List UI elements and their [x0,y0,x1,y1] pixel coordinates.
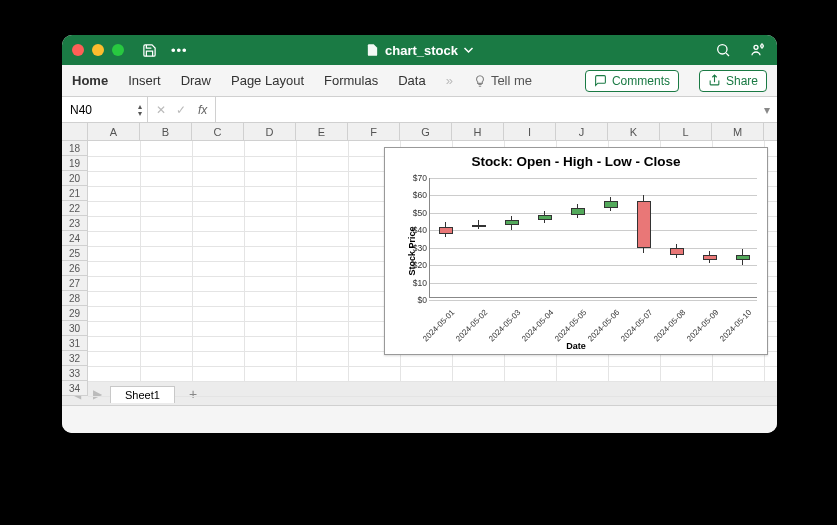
traffic-lights [72,44,124,56]
cancel-formula-icon[interactable]: ✕ [156,103,166,117]
chart-xtick: 2024-05-09 [685,308,720,343]
column-header-b[interactable]: B [140,123,192,140]
row-header-29[interactable]: 29 [62,306,88,321]
select-all-corner[interactable] [62,123,88,141]
chart-ytick: $20 [413,260,429,270]
column-header-l[interactable]: L [660,123,712,140]
comment-icon [594,74,607,87]
row-header-25[interactable]: 25 [62,246,88,261]
cells-area[interactable]: Stock: Open - High - Low - Close Stock P… [88,141,777,381]
chart-candle [472,225,486,227]
chart-candle [670,248,684,255]
svg-point-3 [761,45,764,48]
chart-xtick: 2024-05-05 [553,308,588,343]
column-header-c[interactable]: C [192,123,244,140]
ribbon-overflow-icon[interactable]: » [446,73,453,88]
chart-candle [505,220,519,225]
tab-insert[interactable]: Insert [128,73,161,88]
chart-x-axis-label: Date [566,341,586,351]
chart-candle [538,215,552,220]
minimize-window-button[interactable] [92,44,104,56]
row-header-24[interactable]: 24 [62,231,88,246]
comments-button[interactable]: Comments [585,70,679,92]
sheet-nav-next-icon[interactable]: ▶ [89,387,106,401]
column-header-i[interactable]: I [504,123,556,140]
chart-xtick: 2024-05-01 [421,308,456,343]
chart-candle [637,201,651,248]
svg-line-1 [726,53,729,56]
chart-ytick: $70 [413,173,429,183]
app-window: ••• chart_stock Home Insert Draw Page La… [62,35,777,433]
title-dropdown-icon[interactable] [464,45,474,55]
row-header-33[interactable]: 33 [62,366,88,381]
more-icon[interactable]: ••• [171,43,188,58]
column-header-e[interactable]: E [296,123,348,140]
chart-ytick: $0 [418,295,429,305]
chart-xtick: 2024-05-10 [718,308,753,343]
tab-home[interactable]: Home [72,73,108,88]
share-label: Share [726,74,758,88]
row-header-19[interactable]: 19 [62,156,88,171]
add-sheet-button[interactable]: + [179,386,207,402]
tab-draw[interactable]: Draw [181,73,211,88]
row-header-18[interactable]: 18 [62,141,88,156]
comments-label: Comments [612,74,670,88]
close-window-button[interactable] [72,44,84,56]
column-header-k[interactable]: K [608,123,660,140]
column-header-a[interactable]: A [88,123,140,140]
row-header-27[interactable]: 27 [62,276,88,291]
zoom-window-button[interactable] [112,44,124,56]
row-header-30[interactable]: 30 [62,321,88,336]
column-header-d[interactable]: D [244,123,296,140]
row-header-26[interactable]: 26 [62,261,88,276]
chart-ytick: $50 [413,208,429,218]
row-header-21[interactable]: 21 [62,186,88,201]
formula-input[interactable] [216,97,757,122]
share-people-icon[interactable] [749,42,767,58]
chart-candle [439,227,453,234]
row-header-23[interactable]: 23 [62,216,88,231]
row-header-22[interactable]: 22 [62,201,88,216]
chart-plot-area: $0$10$20$30$40$50$60$702024-05-012024-05… [429,178,757,298]
share-button[interactable]: Share [699,70,767,92]
search-icon[interactable] [715,42,731,58]
column-header-h[interactable]: H [452,123,504,140]
row-header-20[interactable]: 20 [62,171,88,186]
formula-bar: N40 ▴▾ ✕ ✓ fx ▾ [62,97,777,123]
name-box-stepper[interactable]: ▴▾ [134,103,145,117]
column-header-g[interactable]: G [400,123,452,140]
column-headers: ABCDEFGHIJKLM [88,123,777,141]
chart-candle [571,208,585,215]
row-header-34[interactable]: 34 [62,381,88,396]
fx-label[interactable]: fx [198,103,207,117]
formula-bar-expand-icon[interactable]: ▾ [757,97,777,122]
spreadsheet-grid[interactable]: ABCDEFGHIJKLM 18192021222324252627282930… [62,123,777,381]
sheet-tab-sheet1[interactable]: Sheet1 [110,386,175,403]
save-icon[interactable] [142,43,157,58]
name-box[interactable]: N40 ▴▾ [62,97,148,122]
row-header-32[interactable]: 32 [62,351,88,366]
chart-candle [736,255,750,260]
tell-me-search[interactable]: Tell me [473,73,532,88]
row-header-28[interactable]: 28 [62,291,88,306]
lightbulb-icon [473,74,487,88]
chart-object[interactable]: Stock: Open - High - Low - Close Stock P… [384,147,768,355]
tab-page-layout[interactable]: Page Layout [231,73,304,88]
document-title[interactable]: chart_stock [385,43,458,58]
chart-xtick: 2024-05-07 [619,308,654,343]
tab-data[interactable]: Data [398,73,425,88]
chart-xtick: 2024-05-03 [487,308,522,343]
column-header-j[interactable]: J [556,123,608,140]
row-headers: 1819202122232425262728293031323334 [62,141,88,396]
chart-ytick: $10 [413,278,429,288]
chart-title[interactable]: Stock: Open - High - Low - Close [385,148,767,171]
chart-xtick: 2024-05-08 [652,308,687,343]
chart-candle [703,255,717,260]
tab-formulas[interactable]: Formulas [324,73,378,88]
column-header-m[interactable]: M [712,123,764,140]
row-header-31[interactable]: 31 [62,336,88,351]
excel-file-icon [365,43,379,57]
ribbon: Home Insert Draw Page Layout Formulas Da… [62,65,777,97]
enter-formula-icon[interactable]: ✓ [176,103,186,117]
column-header-f[interactable]: F [348,123,400,140]
